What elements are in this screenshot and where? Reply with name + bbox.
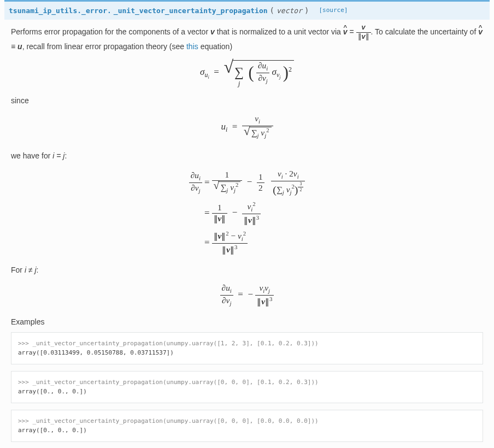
function-name: _unit_vector_uncertainty_propagation [114,5,268,16]
text: : [37,266,39,274]
inline-math-vhat-def: v = v‖v‖ [343,27,371,36]
equation-ui: ui = vi √∑j vj2 [4,114,490,140]
desc-text: Performs error propagation for the compo… [11,27,210,36]
code-line: >>> _unit_vector_uncertainty_propagation… [18,340,319,347]
source-link[interactable]: [source] [319,6,348,15]
since-text: since [4,95,490,107]
equation-deriv-ieqj: ∂ui ∂vj = 1 √∑j vj2 − 12 vi · 2vi (∑j vj… [4,169,490,255]
inline-math-i-eq-j: i = j [52,151,64,160]
text: : [64,151,67,160]
function-signature: tsunami_ip_utils._error._unit_vector_unc… [4,0,490,20]
text: For [11,266,25,274]
example-code-3: >>> _unit_vector_uncertainty_propagation… [11,410,483,442]
symbol-v: v [210,27,215,36]
equation-link[interactable]: this [186,42,198,51]
example-code-2: >>> _unit_vector_uncertainty_propagation… [11,371,483,403]
desc-text: . To calculate the uncertainty of [371,27,479,36]
module-path: tsunami_ip_utils._error. [9,5,111,16]
forij-text: For i ≠ j: [4,264,490,276]
desc-text: that is normalized to a unit vector via [215,27,343,36]
code-line: >>> _unit_vector_uncertainty_propagation… [18,417,319,425]
close-paren: ) [304,5,309,16]
inline-math-i-neq-j: i ≠ j [25,266,37,274]
wehave-text: we have for i = j: [4,150,490,162]
code-line: >>> _unit_vector_uncertainty_propagation… [18,379,319,386]
code-output: array([0., 0., 0.]) [18,388,87,395]
description-paragraph-1: Performs error propagation for the compo… [4,24,490,52]
equation-deriv-inej: ∂ui ∂vj = − vivj ‖v‖3 [4,284,490,307]
examples-heading: Examples [4,316,490,328]
param-vector: vector [277,5,302,16]
code-output: array([0.03113499, 0.05150788, 0.0371153… [18,349,174,356]
example-code-1: >>> _unit_vector_uncertainty_propagation… [11,332,483,364]
code-output: array([0., 0., 0.]) [18,427,87,434]
desc-text: equation) [198,42,232,51]
desc-text: , recall from linear error propagation t… [22,42,186,51]
open-paren: ( [270,5,274,16]
equation-sigma: σui = √ ∑j ( ∂ui ∂vj σvj )2 [4,60,490,86]
text: we have for [11,151,52,160]
